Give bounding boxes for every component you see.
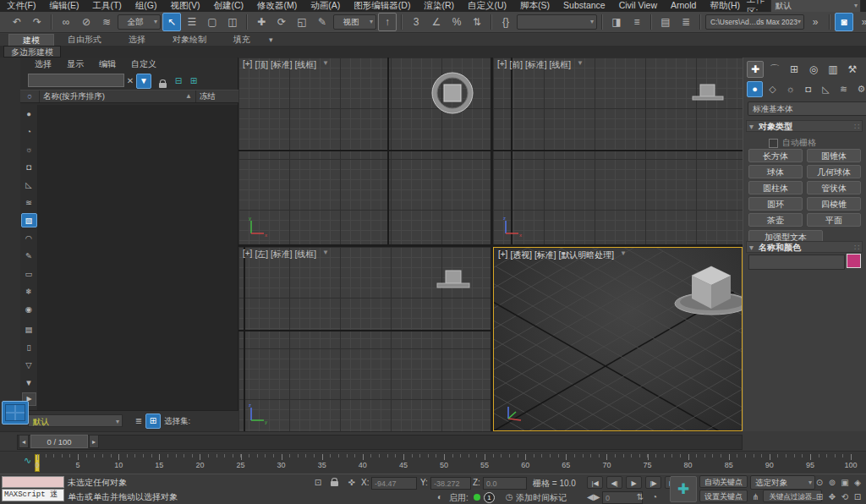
menu-item[interactable]: Civil View: [612, 0, 664, 12]
select-and-scale-icon[interactable]: ◱: [293, 13, 311, 31]
display-bones-icon[interactable]: ◠: [21, 231, 37, 245]
menu-item[interactable]: 帮助(H): [703, 0, 747, 12]
zoom-region-icon[interactable]: ⊞: [814, 490, 825, 503]
maxscript-mini-listener[interactable]: [2, 476, 64, 488]
save-icon[interactable]: ◙: [835, 13, 853, 31]
viewport-menu-standard[interactable]: [标准]: [534, 249, 556, 261]
undo-icon[interactable]: ↶: [8, 13, 26, 31]
expand-tree-icon[interactable]: ⊟: [171, 74, 186, 89]
menu-item[interactable]: 脚本(S): [513, 0, 556, 12]
viewport-menu-general[interactable]: [+]: [497, 59, 507, 71]
add-time-tag-button[interactable]: 添加时间标记: [516, 492, 567, 504]
category-geometry-icon[interactable]: ●: [747, 81, 763, 97]
isolate-selection-icon[interactable]: ⊡: [311, 476, 325, 489]
angle-snap-icon[interactable]: ∠: [427, 13, 446, 31]
time-configuration-button[interactable]: ◔: [648, 490, 661, 503]
tab-modify-icon[interactable]: ⌒: [766, 61, 783, 78]
tab-display-icon[interactable]: ▥: [825, 61, 841, 78]
object-type-rollout-header[interactable]: 对象类型: [746, 120, 863, 132]
object-type-button[interactable]: 几何球体: [807, 165, 861, 178]
previous-frame-button[interactable]: ◀|: [606, 476, 622, 489]
display-lights-icon[interactable]: ☼: [21, 142, 37, 156]
menu-item[interactable]: 视图(V): [164, 0, 207, 12]
clear-filter-icon[interactable]: ▽: [21, 358, 37, 372]
object-type-button[interactable]: 四棱锥: [807, 197, 861, 211]
menu-item[interactable]: 组(G): [129, 0, 164, 12]
viewport-menu-standard[interactable]: [标准]: [525, 59, 547, 71]
category-lights-icon[interactable]: ☼: [782, 81, 798, 97]
edit-named-selections-icon[interactable]: {}: [496, 13, 515, 31]
menu-item[interactable]: 创建(C): [207, 0, 251, 12]
key-selection-dropdown[interactable]: 选定对象: [750, 475, 815, 490]
ribbon-collapse-icon[interactable]: ▾: [269, 35, 273, 46]
tab-create-icon[interactable]: ✚: [747, 61, 764, 78]
viewport-menu-shading[interactable]: [默认明暗处理]: [559, 249, 615, 261]
play-button[interactable]: ▶: [626, 476, 642, 489]
zoom-extents-all-icon[interactable]: ◈: [852, 476, 863, 489]
display-ik-icon[interactable]: ✎: [21, 249, 37, 263]
zoom-all-icon[interactable]: ⊚: [826, 476, 838, 489]
display-layers-icon[interactable]: ≣: [131, 414, 146, 429]
set-keys-button[interactable]: ✚: [670, 476, 697, 502]
view-list-icon[interactable]: ▤: [21, 322, 37, 337]
viewport-menu-shading[interactable]: [线框]: [550, 59, 572, 71]
time-slider-handle[interactable]: 0 / 100: [30, 435, 88, 448]
viewport-top[interactable]: [+] [顶] [标准] [线框] ▼ y x: [238, 58, 491, 244]
name-color-rollout-header[interactable]: 名称和颜色: [746, 241, 863, 253]
viewport-menu-general[interactable]: [+]: [498, 249, 507, 261]
selection-filter-dropdown[interactable]: 全部: [118, 14, 161, 30]
more-tools2-icon[interactable]: »: [855, 13, 866, 31]
category-space-warps-icon[interactable]: ≋: [836, 81, 852, 97]
explorer-list-area[interactable]: [38, 105, 238, 411]
viewport-label-dropdown-icon[interactable]: ▼: [322, 59, 329, 71]
menu-item[interactable]: 修改器(M): [250, 0, 304, 12]
orbit-icon[interactable]: ⟲: [839, 490, 851, 503]
ribbon-tab-freeform[interactable]: 自由形式: [54, 34, 115, 45]
auto-key-button[interactable]: 自动关键点: [699, 475, 748, 488]
viewport-menu-shading[interactable]: [线框]: [295, 249, 317, 260]
viewport-menu-shading[interactable]: [线框]: [295, 59, 317, 71]
menu-item[interactable]: 渲染(R): [417, 0, 461, 12]
scene-object-top-view[interactable]: [427, 68, 478, 118]
autogrid-checkbox[interactable]: [769, 139, 778, 148]
object-type-button[interactable]: 球体: [748, 165, 803, 178]
display-frozen-icon[interactable]: ❄: [21, 284, 37, 299]
previous-frame-arrow[interactable]: ◂: [19, 435, 29, 448]
time-slider-track[interactable]: [17, 435, 743, 450]
category-helpers-icon[interactable]: ◺: [818, 81, 834, 97]
subtab-polygon-modeling[interactable]: 多边形建模: [3, 46, 61, 58]
display-cameras-icon[interactable]: ◘: [21, 160, 37, 174]
display-shapes-icon[interactable]: ◔: [21, 124, 37, 139]
snaps-toggle-icon[interactable]: 3: [407, 13, 425, 31]
next-frame-arrow[interactable]: ▸: [89, 435, 99, 448]
viewport-label-dropdown-icon[interactable]: ▼: [577, 59, 584, 71]
unlink-selection-icon[interactable]: ⊘: [77, 13, 96, 31]
named-selections-dropdown[interactable]: [517, 14, 597, 30]
menu-item[interactable]: Arnold: [664, 0, 703, 12]
menu-item[interactable]: 动画(A): [304, 0, 347, 12]
align-icon[interactable]: ≡: [628, 13, 646, 31]
explorer-search-input[interactable]: [28, 74, 124, 87]
absolute-mode-icon[interactable]: ✜: [345, 476, 359, 489]
rectangular-selection-icon[interactable]: ▢: [203, 13, 222, 31]
display-materials-icon[interactable]: ▧: [21, 213, 37, 227]
subcategory-dropdown[interactable]: 标准基本体: [748, 101, 866, 116]
viewport-front[interactable]: [+] [前] [标准] [线框] ▼ z x: [493, 58, 743, 244]
object-color-swatch[interactable]: [847, 254, 861, 268]
y-coordinate-input[interactable]: [430, 477, 471, 490]
mini-curve-editor-icon[interactable]: ∿: [24, 455, 31, 466]
key-filters-icon[interactable]: ⋔: [750, 490, 761, 503]
viewport-menu-standard[interactable]: [标准]: [271, 59, 293, 71]
go-to-start-button[interactable]: |◀: [587, 476, 603, 489]
window-crossing-icon[interactable]: ◫: [223, 13, 242, 31]
project-folder-dropdown[interactable]: C:\Users\Ad…ds Max 2023: [705, 14, 804, 30]
collapse-tree-icon[interactable]: ⊞: [186, 74, 201, 89]
menu-item[interactable]: 文件(F): [0, 0, 42, 12]
ribbon-tab-object-paint[interactable]: 对象绘制: [159, 34, 220, 45]
display-geometry-icon[interactable]: ●: [21, 107, 37, 121]
enable-toggle-icon[interactable]: ◐: [433, 490, 447, 503]
category-cameras-icon[interactable]: ◘: [800, 81, 816, 97]
display-hierarchy-icon[interactable]: ⊞: [145, 414, 161, 429]
menu-item[interactable]: 图形编辑器(D): [347, 0, 417, 12]
use-pivot-center-icon[interactable]: ↑: [378, 13, 397, 31]
